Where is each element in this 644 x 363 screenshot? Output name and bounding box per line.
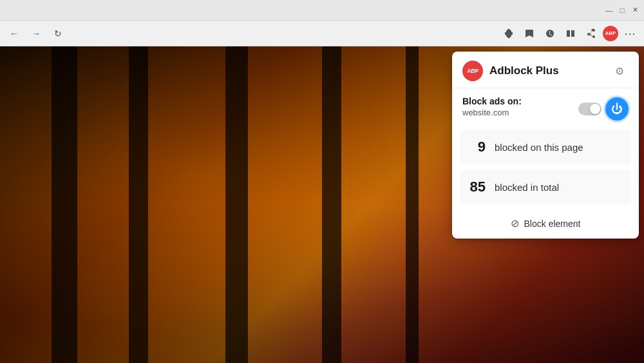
block-ads-label: Block ads on:: [462, 96, 522, 106]
abp-extension-icon[interactable]: ABP: [603, 26, 618, 41]
extensions-button[interactable]: [500, 25, 518, 43]
stats-section: 9 blocked on this page 85 blocked in tot…: [452, 130, 639, 204]
block-element-icon: ⊘: [511, 217, 519, 230]
abp-popup: ABP Adblock Plus ⚙ Block ads on: website…: [452, 52, 639, 239]
power-button[interactable]: ⏻: [605, 97, 629, 121]
abp-logo: ABP: [462, 61, 483, 81]
back-button[interactable]: ←: [5, 25, 23, 43]
share-button[interactable]: [582, 25, 600, 43]
browser-frame: — □ ✕ ← → ↻: [0, 0, 644, 363]
minimize-button[interactable]: —: [605, 6, 613, 14]
block-ads-domain: website.com: [462, 108, 522, 117]
maximize-button[interactable]: □: [618, 6, 626, 14]
popup-title: Adblock Plus: [489, 64, 604, 77]
browser-menu-button[interactable]: ⋯: [621, 25, 639, 43]
popup-header: ABP Adblock Plus ⚙: [452, 52, 639, 88]
reader-button[interactable]: [562, 25, 580, 43]
nav-bar: ← → ↻: [0, 21, 644, 46]
bookmark-button[interactable]: [520, 25, 538, 43]
forward-button[interactable]: →: [27, 25, 45, 43]
block-element-button[interactable]: ⊘ Block element: [452, 210, 639, 239]
power-icon: ⏻: [611, 103, 623, 115]
refresh-button[interactable]: ↻: [49, 25, 67, 43]
blocked-page-label: blocked on this page: [495, 142, 583, 153]
history-button[interactable]: [541, 25, 559, 43]
block-ads-section: Block ads on: website.com ⏻: [452, 88, 639, 130]
block-element-text: Block element: [524, 219, 581, 229]
page-content: ABP Adblock Plus ⚙ Block ads on: website…: [0, 46, 644, 363]
block-ads-row: Block ads on: website.com ⏻: [462, 96, 629, 121]
settings-button[interactable]: ⚙: [611, 62, 629, 80]
close-button[interactable]: ✕: [631, 6, 639, 14]
blocked-total-count: 85: [468, 179, 486, 195]
stat-row-page: 9 blocked on this page: [460, 130, 631, 164]
blocked-page-count: 9: [468, 139, 486, 155]
enabled-toggle[interactable]: [578, 103, 601, 115]
stat-row-total: 85 blocked in total: [460, 170, 631, 204]
extension-icons: ABP ⋯: [500, 25, 639, 43]
toggle-container: ⏻: [578, 97, 629, 121]
toggle-thumb: [590, 104, 600, 114]
block-ads-left: Block ads on: website.com: [462, 96, 522, 117]
blocked-total-label: blocked in total: [495, 182, 559, 193]
title-bar: — □ ✕: [0, 0, 644, 21]
